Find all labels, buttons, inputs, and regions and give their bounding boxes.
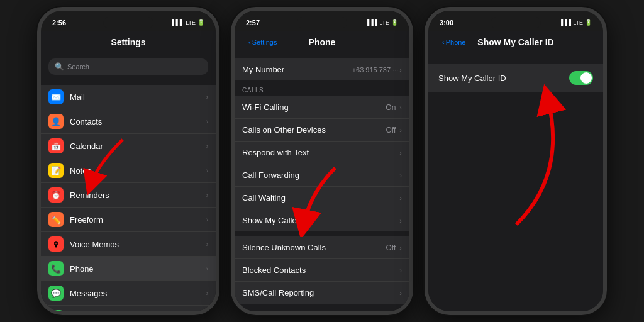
my-number-label: My Number <box>242 65 284 74</box>
wifi-calling-value: On <box>386 103 396 112</box>
phone-label: Phone <box>70 264 206 274</box>
settings-item-facetime[interactable]: 📹 FaceTime › <box>41 306 216 311</box>
call-waiting-label: Call Waiting <box>242 193 286 203</box>
voice-memos-label: Voice Memos <box>70 240 206 249</box>
back-chevron-2: ‹ <box>248 38 251 46</box>
voice-memos-icon: 🎙 <box>48 236 64 252</box>
sms-call-reporting-item[interactable]: SMS/Call Reporting › <box>235 282 409 304</box>
wifi-calling-right: On › <box>386 103 402 112</box>
settings-item-voice-memos[interactable]: 🎙 Voice Memos › <box>41 232 216 257</box>
call-waiting-right: › <box>399 194 402 202</box>
caller-id-toggle[interactable] <box>569 71 593 85</box>
call-waiting-chevron: › <box>399 194 402 202</box>
silence-unknown-right: Off › <box>386 243 402 252</box>
nav-bar-2: ‹ Settings Phone <box>235 31 409 53</box>
settings-item-mail[interactable]: ✉️ Mail › <box>41 85 216 109</box>
caller-id-screen: Show My Caller ID <box>428 53 603 311</box>
back-label-3: Phone <box>446 38 466 46</box>
show-caller-id-label: Show My Caller ID <box>242 216 310 225</box>
call-forwarding-label: Call Forwarding <box>242 170 299 180</box>
other-section: Silence Unknown Calls Off › Blocked Cont… <box>235 231 409 304</box>
my-number-row[interactable]: My Number +63 915 737 ··· › <box>235 58 409 80</box>
facetime-icon: 📹 <box>48 310 64 311</box>
contacts-label: Contacts <box>70 117 206 126</box>
reminders-label: Reminders <box>70 191 206 200</box>
back-chevron-3: ‹ <box>442 38 445 46</box>
calendar-icon: 📅 <box>48 138 64 153</box>
wifi-calling-chevron: › <box>399 104 402 111</box>
my-number-value: +63 915 737 ··· <box>352 66 399 74</box>
time-3: 3:00 <box>440 19 453 26</box>
respond-text-item[interactable]: Respond with Text › <box>235 142 409 164</box>
caller-id-row[interactable]: Show My Caller ID <box>428 64 603 92</box>
call-waiting-item[interactable]: Call Waiting › <box>235 187 409 209</box>
signal-icon-2: ▐▐▐ <box>365 19 377 26</box>
respond-text-chevron: › <box>399 149 402 157</box>
mail-icon: ✉️ <box>48 89 64 104</box>
nav-bar-1: Settings <box>41 31 216 53</box>
phone-1: 2:56 ▐▐▐ ᳝ LTE 🔋 Settings 🔍 Search ✉️ Ma… <box>37 7 219 315</box>
signal-icon-1: ▐▐▐ <box>170 19 182 26</box>
phone-settings-screen: My Number +63 915 737 ··· › CALLS Wi-Fi … <box>235 53 409 311</box>
settings-item-contacts[interactable]: 👤 Contacts › <box>41 109 216 134</box>
lte-label-1: LTE <box>186 19 196 26</box>
lte-label-3: LTE <box>573 19 583 26</box>
settings-screen: 🔍 Search ✉️ Mail › 👤 Contacts › 📅 Calend… <box>41 53 216 311</box>
dial-assist-section: Dial Assist Dial assist automatically de… <box>235 309 409 311</box>
signal-icon-3: ▐▐▐ <box>559 19 571 26</box>
status-bar-1: 2:56 ▐▐▐ ᳝ LTE 🔋 <box>41 11 216 31</box>
search-placeholder: Search <box>67 63 89 70</box>
my-number-section: My Number +63 915 737 ··· › <box>235 53 409 80</box>
blocked-contacts-right: › <box>399 267 402 274</box>
calls-other-devices-right: Off › <box>386 126 402 135</box>
settings-list: ✉️ Mail › 👤 Contacts › 📅 Calendar › 📝 No… <box>41 85 216 311</box>
status-bar-2: 2:57 ▐▐▐ LTE 🔋 <box>235 11 409 31</box>
wifi-calling-item[interactable]: Wi-Fi Calling On › <box>235 96 409 119</box>
show-caller-id-item[interactable]: Show My Caller ID › <box>235 209 409 231</box>
phone-icon: 📞 <box>48 261 64 276</box>
show-caller-id-right: › <box>399 217 402 225</box>
search-bar[interactable]: 🔍 Search <box>48 58 208 75</box>
calls-list: Wi-Fi Calling On › Calls on Other Device… <box>235 96 409 231</box>
settings-item-calendar[interactable]: 📅 Calendar › <box>41 134 216 158</box>
battery-icon-3: 🔋 <box>585 19 592 26</box>
reminders-icon: ⏰ <box>48 187 64 203</box>
other-list: Silence Unknown Calls Off › Blocked Cont… <box>235 236 409 304</box>
call-forwarding-chevron: › <box>399 172 402 179</box>
settings-item-freeform[interactable]: ✏️ Freeform › <box>41 208 216 232</box>
blocked-contacts-item[interactable]: Blocked Contacts › <box>235 259 409 282</box>
settings-item-messages[interactable]: 💬 Messages › <box>41 281 216 306</box>
mail-label: Mail <box>70 92 206 102</box>
blocked-contacts-label: Blocked Contacts <box>242 265 306 275</box>
my-number-chevron: › <box>399 66 402 74</box>
respond-text-right: › <box>399 149 402 157</box>
phone-2: 2:57 ▐▐▐ LTE 🔋 ‹ Settings Phone My Numbe… <box>231 7 413 315</box>
silence-unknown-item[interactable]: Silence Unknown Calls Off › <box>235 236 409 259</box>
calls-section: CALLS Wi-Fi Calling On › Calls on Other … <box>235 80 409 231</box>
show-caller-id-chevron: › <box>399 217 402 225</box>
settings-item-notes[interactable]: 📝 Notes › <box>41 158 216 183</box>
status-icons-1: ▐▐▐ ᳝ LTE 🔋 <box>170 19 204 26</box>
lte-label-2: LTE <box>379 19 389 26</box>
back-button-3[interactable]: ‹ Phone <box>442 38 465 46</box>
settings-item-reminders[interactable]: ⏰ Reminders › <box>41 183 216 208</box>
calendar-label: Calendar <box>70 142 206 151</box>
contacts-icon: 👤 <box>48 114 64 129</box>
search-icon: 🔍 <box>55 62 64 71</box>
freeform-label: Freeform <box>70 215 206 225</box>
sms-call-reporting-label: SMS/Call Reporting <box>242 288 314 297</box>
calls-other-devices-label: Calls on Other Devices <box>242 125 326 135</box>
silence-unknown-label: Silence Unknown Calls <box>242 243 326 252</box>
messages-icon: 💬 <box>48 286 64 301</box>
call-forwarding-item[interactable]: Call Forwarding › <box>235 164 409 187</box>
notes-label: Notes <box>70 166 206 175</box>
status-bar-3: 3:00 ▐▐▐ LTE 🔋 <box>428 11 603 31</box>
sms-call-chevron: › <box>399 289 402 297</box>
page-title-2: Phone <box>309 37 336 47</box>
back-button-2[interactable]: ‹ Settings <box>248 38 277 46</box>
settings-item-phone[interactable]: 📞 Phone › <box>41 257 216 281</box>
page-title-1: Settings <box>111 37 145 47</box>
back-label-2: Settings <box>252 38 277 46</box>
calls-other-devices-item[interactable]: Calls on Other Devices Off › <box>235 119 409 142</box>
mail-chevron: › <box>206 94 208 101</box>
